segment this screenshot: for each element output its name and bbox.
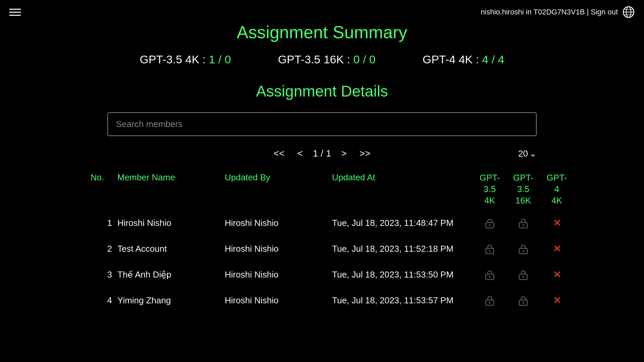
cell-no: 1 bbox=[91, 218, 117, 228]
col-member-name: Member Name bbox=[117, 172, 225, 206]
first-page-button[interactable]: << bbox=[271, 147, 287, 160]
cell-updated-at: Tue, Jul 18, 2023, 11:53:57 PM bbox=[332, 295, 473, 306]
col-gpt35-16k: GPT-3.516K bbox=[506, 172, 540, 206]
pagination-row: << < 1 / 1 > >> 20 ⌄ bbox=[0, 147, 644, 160]
remove-icon[interactable]: ✕ bbox=[540, 295, 574, 306]
cell-member-name: Yiming Zhang bbox=[117, 295, 225, 306]
per-page-value: 20 bbox=[518, 148, 528, 159]
cell-member-name: Thế Anh Diệp bbox=[117, 269, 225, 280]
cell-updated-at: Tue, Jul 18, 2023, 11:48:47 PM bbox=[332, 218, 473, 228]
page-info: 1 / 1 bbox=[313, 148, 331, 159]
next-page-button[interactable]: > bbox=[338, 147, 349, 160]
per-page-select[interactable]: 20 ⌄ bbox=[518, 148, 537, 159]
col-no: No. bbox=[91, 172, 117, 206]
summary-gpt35-4k-label: GPT-3.5 4K : bbox=[140, 53, 206, 66]
menu-button[interactable] bbox=[9, 9, 21, 16]
lock-icon bbox=[473, 269, 506, 280]
summary-gpt4-4k-value: 4 / 4 bbox=[482, 53, 504, 66]
cell-updated-by: Hiroshi Nishio bbox=[225, 295, 332, 306]
summary-gpt35-16k-label: GPT-3.5 16K : bbox=[278, 53, 350, 66]
svg-point-20 bbox=[523, 302, 524, 303]
page-title: Assignment Summary bbox=[0, 22, 644, 42]
lock-icon bbox=[506, 244, 540, 254]
cell-updated-at: Tue, Jul 18, 2023, 11:52:18 PM bbox=[332, 244, 473, 254]
col-updated-at: Updated At bbox=[332, 172, 473, 206]
col-gpt4-4k: GPT-44K bbox=[540, 172, 574, 206]
summary-gpt35-16k-value: 0 / 0 bbox=[354, 53, 376, 66]
remove-icon[interactable]: ✕ bbox=[540, 243, 574, 254]
cell-updated-by: Hiroshi Nishio bbox=[225, 244, 332, 254]
header: nishio.hiroshi in T02DG7N3V1B | Sign out bbox=[0, 0, 644, 18]
lock-icon bbox=[473, 295, 506, 306]
table-row: 4 Yiming Zhang Hiroshi Nishio Tue, Jul 1… bbox=[91, 288, 553, 313]
lock-icon bbox=[506, 218, 540, 229]
last-page-button[interactable]: >> bbox=[357, 147, 373, 160]
details-title: Assignment Details bbox=[0, 82, 644, 100]
chevron-down-icon: ⌄ bbox=[529, 148, 537, 159]
col-updated-by: Updated By bbox=[225, 172, 332, 206]
cell-no: 3 bbox=[91, 269, 117, 280]
prev-page-button[interactable]: < bbox=[294, 147, 305, 160]
cell-no: 4 bbox=[91, 295, 117, 306]
lock-icon bbox=[473, 244, 506, 254]
cell-updated-at: Tue, Jul 18, 2023, 11:53:50 PM bbox=[332, 269, 473, 280]
summary-gpt4-4k-label: GPT-4 4K : bbox=[423, 53, 479, 66]
table-body: 1 Hiroshi Nishio Hiroshi Nishio Tue, Jul… bbox=[91, 210, 553, 313]
summary-gpt4-4k: GPT-4 4K : 4 / 4 bbox=[423, 53, 504, 66]
header-right: nishio.hiroshi in T02DG7N3V1B | Sign out bbox=[481, 6, 635, 18]
cell-gpt4-4k: ✕ bbox=[540, 295, 574, 306]
table: No. Member Name Updated By Updated At GP… bbox=[91, 172, 553, 313]
cell-member-name: Test Account bbox=[117, 244, 225, 254]
cell-updated-by: Hiroshi Nishio bbox=[225, 269, 332, 280]
user-info-text: nishio.hiroshi in T02DG7N3V1B | Sign out bbox=[481, 8, 618, 16]
svg-point-8 bbox=[523, 224, 524, 226]
svg-point-16 bbox=[523, 276, 524, 278]
cell-gpt4-4k: ✕ bbox=[540, 269, 574, 280]
globe-icon[interactable] bbox=[623, 6, 635, 18]
cell-gpt35-16k bbox=[506, 269, 540, 280]
cell-gpt35-16k bbox=[506, 218, 540, 229]
svg-point-6 bbox=[489, 224, 491, 226]
lock-icon bbox=[506, 269, 540, 280]
lock-icon bbox=[473, 218, 506, 229]
summary-row: GPT-3.5 4K : 1 / 0 GPT-3.5 16K : 0 / 0 G… bbox=[0, 53, 644, 66]
svg-point-10 bbox=[489, 250, 491, 252]
search-container bbox=[107, 112, 537, 136]
table-header: No. Member Name Updated By Updated At GP… bbox=[91, 172, 553, 210]
cell-gpt35-4k bbox=[473, 295, 506, 306]
remove-icon[interactable]: ✕ bbox=[540, 218, 574, 229]
table-row: 2 Test Account Hiroshi Nishio Tue, Jul 1… bbox=[91, 236, 553, 262]
cell-no: 2 bbox=[91, 244, 117, 254]
summary-gpt35-4k: GPT-3.5 4K : 1 / 0 bbox=[140, 53, 231, 66]
cell-gpt35-4k bbox=[473, 269, 506, 280]
cell-member-name: Hiroshi Nishio bbox=[117, 218, 225, 228]
col-gpt35-4k: GPT-3.54K bbox=[473, 172, 506, 206]
lock-icon bbox=[506, 295, 540, 306]
search-input[interactable] bbox=[107, 112, 537, 136]
table-row: 1 Hiroshi Nishio Hiroshi Nishio Tue, Jul… bbox=[91, 210, 553, 236]
summary-gpt35-4k-value: 1 / 0 bbox=[209, 53, 231, 66]
table-row: 3 Thế Anh Diệp Hiroshi Nishio Tue, Jul 1… bbox=[91, 262, 553, 288]
summary-gpt35-16k: GPT-3.5 16K : 0 / 0 bbox=[278, 53, 376, 66]
cell-gpt35-16k bbox=[506, 244, 540, 254]
svg-point-14 bbox=[489, 276, 491, 278]
cell-gpt4-4k: ✕ bbox=[540, 218, 574, 229]
svg-point-18 bbox=[489, 302, 491, 303]
cell-gpt35-4k bbox=[473, 244, 506, 254]
cell-gpt35-16k bbox=[506, 295, 540, 306]
cell-gpt35-4k bbox=[473, 218, 506, 229]
svg-point-12 bbox=[523, 250, 524, 252]
remove-icon[interactable]: ✕ bbox=[540, 269, 574, 280]
cell-gpt4-4k: ✕ bbox=[540, 243, 574, 254]
cell-updated-by: Hiroshi Nishio bbox=[225, 218, 332, 228]
